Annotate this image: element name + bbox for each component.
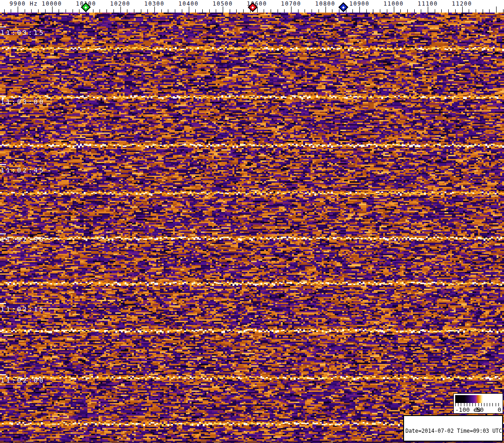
freq-axis-tick — [4, 9, 5, 13]
freq-axis-label: 9900 Hz — [9, 0, 38, 7]
colorbar-label-max: 0 — [497, 406, 501, 413]
freq-axis-tick — [489, 9, 490, 13]
colorbar-label-mid: -50 — [473, 406, 484, 413]
freq-axis-tick — [455, 9, 456, 13]
freq-axis-tick — [332, 9, 332, 13]
freq-axis-tick — [243, 9, 244, 13]
freq-axis-label: 11100 — [418, 0, 438, 7]
freq-axis-tick — [448, 9, 449, 13]
red-marker-center-dot — [252, 6, 254, 9]
freq-axis-tick — [496, 7, 497, 13]
freq-axis-tick — [223, 7, 223, 13]
freq-axis-tick — [339, 9, 339, 13]
freq-axis-tick — [318, 9, 319, 13]
freq-axis-tick — [352, 9, 353, 13]
freq-axis-tick — [325, 7, 326, 13]
colorbar-gradient — [455, 395, 501, 403]
freq-axis-label: 10300 — [144, 0, 165, 7]
freq-axis-tick — [278, 9, 278, 13]
freq-axis-tick — [161, 9, 162, 13]
freq-axis-tick — [359, 7, 360, 13]
freq-axis-tick — [79, 9, 80, 13]
freq-axis-tick — [312, 9, 312, 13]
info-line-date-time: Date=2014-07-02 Time=09:03 UTC — [405, 428, 501, 434]
freq-axis-tick — [175, 9, 175, 13]
freq-axis-tick — [236, 9, 237, 13]
freq-axis-tick — [134, 9, 134, 13]
info-box: Date=2014-07-02 Time=09:03 UTC Freq=143 … — [403, 415, 503, 442]
freq-axis-tick — [305, 9, 305, 13]
freq-axis-tick — [346, 9, 346, 13]
freq-axis-tick — [93, 9, 93, 13]
freq-axis-tick — [99, 9, 100, 13]
freq-axis-tick — [216, 9, 216, 13]
freq-axis-tick — [38, 9, 39, 13]
freq-axis-label: 11200 — [452, 0, 472, 7]
freq-axis-tick — [428, 7, 428, 13]
freq-axis-tick — [483, 9, 483, 13]
freq-axis-label: 10700 — [281, 0, 301, 7]
freq-axis-tick — [380, 9, 380, 13]
freq-axis-tick — [271, 9, 271, 13]
freq-axis-tick — [195, 9, 196, 13]
frequency-axis: 9900 Hz100001010010200103001040010500106… — [0, 0, 504, 13]
freq-axis-label: 10500 — [212, 0, 233, 7]
spectrogram-waterfall[interactable] — [0, 13, 504, 443]
freq-axis-tick — [141, 9, 141, 13]
freq-axis-label: 10800 — [315, 0, 336, 7]
freq-axis-tick — [168, 9, 168, 13]
blue-marker[interactable] — [338, 2, 348, 12]
freq-axis-tick — [18, 7, 18, 13]
freq-axis-tick — [400, 9, 401, 13]
freq-axis-tick — [127, 9, 127, 13]
colorbar-ticks — [455, 403, 501, 406]
blue-marker-center-dot — [342, 6, 345, 9]
freq-axis-tick — [11, 9, 11, 13]
freq-axis-tick — [476, 9, 476, 13]
colorbar-labels: -100 dB -50 0 — [455, 406, 501, 413]
freq-axis-tick — [414, 9, 415, 13]
freq-axis-tick — [154, 7, 155, 13]
freq-axis-label: 10900 — [349, 0, 370, 7]
freq-axis-tick — [52, 7, 53, 13]
freq-axis-tick — [66, 9, 66, 13]
freq-axis-tick — [298, 9, 298, 13]
freq-axis-tick — [462, 7, 463, 13]
freq-axis-tick — [45, 9, 46, 13]
freq-axis-tick — [147, 9, 148, 13]
freq-axis-tick — [394, 7, 394, 13]
freq-axis-tick — [106, 9, 107, 13]
freq-axis-tick — [469, 9, 469, 13]
freq-axis-tick — [503, 9, 504, 13]
freq-axis-label: 11000 — [384, 0, 404, 7]
freq-axis-tick — [291, 7, 292, 13]
colorbar-legend: -100 dB -50 0 — [453, 393, 503, 414]
freq-axis-tick — [387, 9, 387, 13]
freq-axis-tick — [120, 7, 121, 13]
freq-axis-tick — [264, 9, 264, 13]
freq-axis-tick — [202, 9, 203, 13]
freq-axis-tick — [421, 9, 421, 13]
waterfall-display: 9900 Hz100001010010200103001040010500106… — [0, 0, 504, 443]
freq-axis-tick — [441, 9, 442, 13]
freq-axis-tick — [435, 9, 435, 13]
freq-axis-tick — [230, 9, 230, 13]
freq-axis-label: 10200 — [110, 0, 131, 7]
freq-axis-label: 10400 — [179, 0, 199, 7]
freq-axis-tick — [373, 9, 373, 13]
freq-axis-tick — [113, 9, 114, 13]
green-marker-center-dot — [85, 6, 87, 9]
freq-axis-tick — [366, 9, 367, 13]
freq-axis-tick — [31, 9, 32, 13]
freq-axis-tick — [182, 9, 182, 13]
freq-axis-tick — [209, 9, 210, 13]
freq-axis-tick — [407, 9, 408, 13]
freq-axis-tick — [189, 7, 189, 13]
freq-axis-tick — [59, 9, 59, 13]
freq-axis-tick — [25, 9, 25, 13]
freq-axis-tick — [284, 9, 285, 13]
freq-axis-tick — [73, 9, 73, 13]
freq-axis-label: 10000 — [42, 0, 62, 7]
